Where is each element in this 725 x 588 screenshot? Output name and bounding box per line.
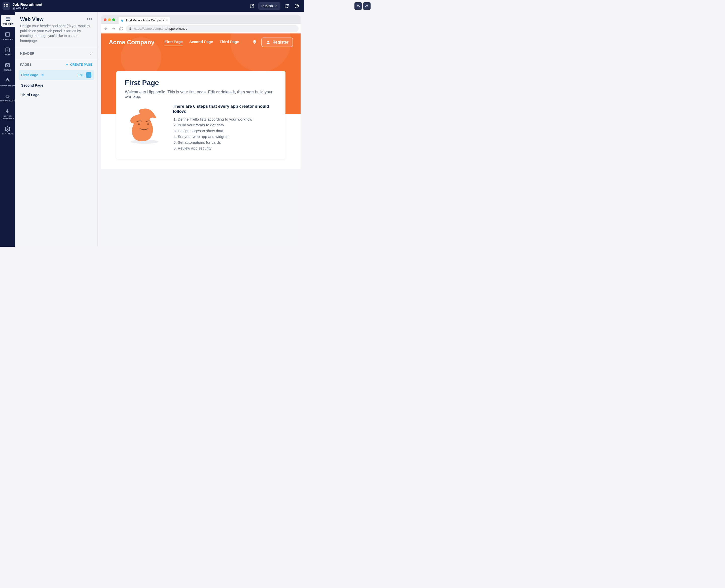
- svg-point-23: [87, 75, 88, 75]
- register-label: Register: [272, 40, 289, 45]
- chevron-down-icon: [274, 4, 277, 7]
- list-item: Define Trello lists according to your wo…: [178, 117, 277, 121]
- favicon-icon: [121, 19, 124, 22]
- nav-link-third[interactable]: Third Page: [220, 40, 239, 45]
- page-name: Third Page: [21, 93, 39, 97]
- panel-title: Web View: [20, 16, 44, 22]
- sidebar-item-hippo-fields[interactable]: HIPPO FIELDS: [0, 92, 15, 103]
- sidebar: WEB VIEW CARD VIEW FORMS EMAILS AUTOMATI…: [0, 12, 15, 247]
- nav-link-second[interactable]: Second Page: [189, 40, 213, 45]
- page-body-spacer: [101, 169, 301, 247]
- topbar: Job Recruitment ATS BOARD Publish: [0, 0, 304, 12]
- svg-point-30: [123, 19, 123, 20]
- pages-section-header: PAGES CREATE PAGE: [15, 59, 98, 70]
- url-box[interactable]: https://acme-company.hipporello.net/: [126, 25, 298, 32]
- page-row-first[interactable]: First Page Edit: [19, 70, 94, 80]
- page-row-menu-button[interactable]: [86, 72, 91, 78]
- panel-more-button[interactable]: •••: [87, 17, 92, 22]
- create-page-label: CREATE PAGE: [70, 63, 92, 66]
- svg-point-22: [7, 128, 8, 130]
- sidebar-item-forms[interactable]: FORMS: [0, 46, 15, 57]
- notifications-button[interactable]: [252, 40, 257, 45]
- browser-tabbar: First Page - Acme Company ×: [101, 15, 301, 24]
- dots-icon: [87, 73, 90, 77]
- arrow-left-icon: [104, 26, 108, 31]
- svg-point-34: [138, 123, 140, 125]
- chevron-right-icon: [89, 52, 92, 55]
- tab-close-button[interactable]: ×: [166, 18, 168, 22]
- browser-tab[interactable]: First Page - Acme Company ×: [119, 17, 170, 24]
- sidebar-item-card-view[interactable]: CARD VIEW: [0, 30, 15, 42]
- svg-point-29: [122, 19, 122, 20]
- bell-icon: [252, 40, 257, 44]
- sidebar-item-web-view[interactable]: WEB VIEW: [1, 15, 15, 27]
- svg-point-10: [297, 7, 297, 7]
- steps-list: Define Trello lists according to your wo…: [173, 117, 277, 150]
- list-item: Design pages to show data: [178, 129, 277, 133]
- page-row-third[interactable]: Third Page: [19, 91, 94, 99]
- arrow-right-icon: [111, 26, 116, 31]
- brand: Acme Company: [109, 39, 154, 46]
- sidebar-item-label: SETTINGS: [2, 133, 13, 135]
- title-block: Job Recruitment ATS BOARD: [13, 2, 42, 9]
- help-button[interactable]: [293, 2, 301, 10]
- board-label: ATS BOARD: [16, 7, 30, 9]
- list-item: Build your forms to get data: [178, 123, 277, 127]
- back-button[interactable]: [103, 26, 109, 31]
- mail-icon: [5, 62, 10, 68]
- welcome-text: Welcome to Hipporello. This is your firs…: [125, 90, 277, 99]
- list-item: Set your web app and widgets: [178, 134, 277, 139]
- publish-button[interactable]: Publish: [258, 2, 281, 10]
- svg-point-20: [6, 96, 7, 97]
- list-item: Review app security: [178, 146, 277, 150]
- svg-point-32: [267, 41, 269, 42]
- svg-rect-11: [6, 17, 10, 21]
- page-name: First Page: [21, 73, 38, 77]
- reload-icon: [119, 27, 123, 31]
- page-edit-link[interactable]: Edit: [78, 73, 83, 77]
- hippo-icon: [5, 93, 10, 99]
- traffic-close-icon[interactable]: [104, 18, 106, 21]
- header-section-row[interactable]: HEADER: [15, 48, 98, 59]
- sync-button[interactable]: [283, 2, 290, 10]
- svg-point-25: [89, 75, 90, 75]
- home-icon: [41, 73, 44, 77]
- lock-icon: [129, 27, 132, 30]
- tab-title: First Page - Acme Company: [126, 19, 164, 22]
- traffic-min-icon[interactable]: [108, 18, 111, 21]
- header-section-label: HEADER: [20, 51, 35, 55]
- reload-button[interactable]: [118, 26, 124, 31]
- traffic-lights: [104, 18, 115, 21]
- sidebar-item-automations[interactable]: AUTOMATIONS: [0, 76, 15, 88]
- content-card: First Page Welcome to Hipporello. This i…: [116, 71, 286, 159]
- svg-point-28: [123, 20, 123, 21]
- svg-point-26: [121, 20, 123, 22]
- sidebar-item-action-templates[interactable]: ACTION TEMPLATES: [0, 107, 15, 121]
- open-external-button[interactable]: [248, 2, 256, 10]
- register-button[interactable]: Register: [261, 38, 293, 47]
- robot-icon: [5, 78, 10, 83]
- svg-rect-0: [4, 4, 5, 5]
- svg-point-27: [122, 20, 122, 21]
- traffic-max-icon[interactable]: [112, 18, 115, 21]
- svg-point-16: [6, 81, 7, 81]
- create-page-button[interactable]: CREATE PAGE: [65, 63, 92, 66]
- sidebar-item-label: ACTION TEMPLATES: [0, 115, 15, 120]
- list-item: Set automations for cards: [178, 140, 277, 145]
- nav-link-first[interactable]: First Page: [164, 40, 183, 45]
- svg-rect-31: [130, 28, 131, 30]
- page-row-second[interactable]: Second Page: [19, 81, 94, 90]
- sidebar-item-emails[interactable]: EMAILS: [0, 61, 15, 73]
- sidebar-item-label: FORMS: [4, 54, 11, 56]
- sidebar-item-label: WEB VIEW: [3, 23, 14, 25]
- svg-rect-4: [6, 5, 7, 6]
- forward-button[interactable]: [111, 26, 116, 31]
- pages-section-label: PAGES: [20, 63, 32, 66]
- svg-rect-8: [14, 7, 15, 8]
- sidebar-item-label: EMAILS: [3, 69, 11, 71]
- gear-icon: [5, 126, 10, 132]
- svg-rect-6: [13, 7, 15, 9]
- sidebar-item-settings[interactable]: SETTINGS: [0, 125, 15, 136]
- app-launcher-button[interactable]: [2, 2, 10, 10]
- browser-frame: First Page - Acme Company × https://acme…: [101, 15, 301, 247]
